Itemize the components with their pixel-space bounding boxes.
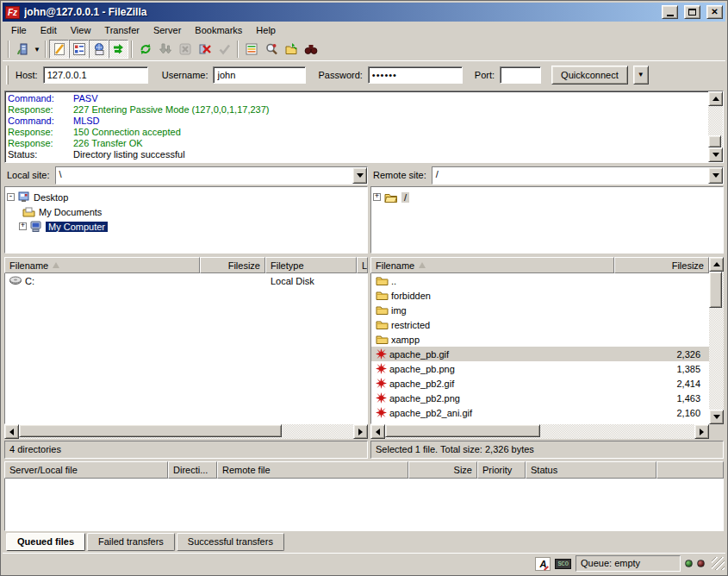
remote-site-combobox[interactable]: /	[432, 166, 724, 185]
chevron-down-icon[interactable]	[708, 167, 723, 184]
refresh-button[interactable]	[135, 40, 155, 59]
process-queue-button[interactable]	[155, 40, 175, 59]
site-manager-button[interactable]	[12, 40, 32, 59]
remote-file-row[interactable]: img	[371, 303, 709, 317]
column-header-status[interactable]: Status	[526, 461, 656, 479]
column-header-direction[interactable]: Directi...	[168, 461, 217, 479]
column-header-filesize[interactable]: Filesize	[614, 257, 709, 273]
remote-file-row[interactable]: apache_pb2.gif 2,414	[371, 376, 709, 391]
maximize-button[interactable]	[684, 5, 700, 19]
scroll-thumb[interactable]	[709, 272, 722, 308]
menu-server[interactable]: Server	[146, 23, 188, 37]
toggle-message-log-button[interactable]	[49, 40, 69, 59]
port-input[interactable]	[500, 66, 541, 84]
menu-bookmarks[interactable]: Bookmarks	[188, 23, 249, 37]
quickconnect-button[interactable]: Quickconnect	[551, 66, 628, 85]
remote-file-row[interactable]: restricted	[371, 317, 709, 332]
scroll-thumb[interactable]	[385, 424, 540, 437]
column-header-size[interactable]: Size	[408, 461, 477, 479]
site-manager-dropdown[interactable]: ▼	[32, 40, 42, 59]
local-site-value[interactable]: \	[56, 167, 352, 184]
menu-transfer[interactable]: Transfer	[97, 23, 146, 37]
column-header-filetype[interactable]: Filetype	[265, 257, 357, 273]
scroll-thumb[interactable]	[708, 135, 721, 147]
tab-failed-transfers[interactable]: Failed transfers	[87, 533, 175, 551]
scroll-up-button[interactable]	[708, 91, 723, 106]
tab-successful-transfers[interactable]: Successful transfers	[177, 533, 284, 551]
menu-view[interactable]: View	[64, 23, 98, 37]
column-header-server-local-file[interactable]: Server/Local file	[4, 461, 168, 479]
collapse-icon[interactable]: -	[7, 193, 15, 201]
remote-file-row[interactable]: apache_pb2_ani.gif 2,160	[371, 405, 709, 420]
remote-tree[interactable]: + /	[370, 186, 724, 254]
local-horizontal-scrollbar[interactable]	[4, 424, 368, 439]
reconnect-button[interactable]	[215, 40, 234, 59]
local-file-row[interactable]: C: Local Disk	[5, 273, 367, 288]
column-header-priority[interactable]: Priority	[477, 461, 526, 479]
remote-file-row[interactable]: xampp	[371, 332, 709, 347]
remote-file-list[interactable]: .. forbidden	[370, 273, 709, 424]
close-button[interactable]: ✕	[706, 5, 723, 19]
local-site-combobox[interactable]: \	[55, 166, 368, 185]
menu-help[interactable]: Help	[249, 23, 283, 37]
tree-item-root[interactable]: + /	[373, 190, 721, 204]
queue-list[interactable]	[4, 479, 724, 531]
scroll-down-button[interactable]	[709, 410, 724, 424]
find-files-button[interactable]	[301, 40, 320, 59]
synchronized-browsing-button[interactable]	[281, 40, 301, 59]
minimize-button[interactable]	[662, 5, 678, 19]
folder-icon	[376, 291, 389, 300]
menu-edit[interactable]: Edit	[34, 23, 64, 37]
column-header-filename[interactable]: Filename	[4, 257, 200, 273]
tree-item-desktop[interactable]: - Desktop	[7, 190, 365, 204]
title-bar[interactable]: Fz john@127.0.0.1 - FileZilla ✕	[3, 3, 725, 22]
image-file-icon	[376, 392, 387, 404]
resize-grip[interactable]	[712, 557, 725, 570]
local-tree[interactable]: - Desktop My Documents	[4, 186, 368, 254]
password-input[interactable]	[368, 66, 463, 84]
menu-file[interactable]: File	[4, 23, 34, 37]
remote-horizontal-scrollbar[interactable]	[370, 424, 709, 439]
message-log[interactable]: Command:PASV Response:227 Entering Passi…	[4, 91, 724, 163]
host-input[interactable]	[43, 66, 148, 84]
disconnect-button[interactable]	[195, 40, 215, 59]
remote-file-row[interactable]: forbidden	[371, 288, 709, 303]
toggle-remote-tree-button[interactable]	[89, 40, 109, 59]
column-header-filesize[interactable]: Filesize	[200, 257, 265, 273]
column-header-remote-file[interactable]: Remote file	[217, 461, 408, 479]
window-title: john@127.0.0.1 - FileZilla	[24, 6, 656, 18]
chevron-down-icon[interactable]	[352, 167, 367, 184]
remote-site-value[interactable]: /	[432, 167, 708, 184]
expand-icon[interactable]: +	[19, 222, 27, 230]
expand-icon[interactable]: +	[373, 193, 381, 201]
scroll-left-button[interactable]	[370, 424, 385, 439]
remote-file-row-selected[interactable]: apache_pb.gif 2,326	[371, 347, 709, 361]
log-vertical-scrollbar[interactable]	[708, 91, 723, 162]
remote-file-row[interactable]: apache_pb2.png 1,463	[371, 391, 709, 405]
username-input[interactable]	[213, 66, 306, 84]
remote-vertical-scrollbar[interactable]	[709, 257, 724, 439]
scroll-thumb[interactable]	[19, 424, 282, 437]
scroll-down-button[interactable]	[708, 147, 723, 162]
column-header-lastmodified[interactable]: L	[357, 257, 368, 273]
tab-queued-files[interactable]: Queued files	[6, 533, 85, 551]
column-header-filename[interactable]: Filename	[370, 257, 614, 273]
remote-file-row[interactable]: ..	[371, 273, 709, 288]
tree-item-my-computer[interactable]: + My Computer	[19, 219, 365, 234]
quickconnect-dropdown[interactable]: ▼	[633, 66, 649, 85]
toggle-transfer-queue-button[interactable]	[109, 40, 128, 59]
scroll-up-button[interactable]	[709, 257, 724, 272]
local-file-list[interactable]: C: Local Disk	[4, 273, 368, 424]
status-indicator-badge[interactable]: SCO	[555, 559, 571, 569]
scroll-right-button[interactable]	[353, 424, 368, 439]
local-site-bar: Local site: \	[4, 166, 368, 185]
scroll-left-button[interactable]	[4, 424, 19, 439]
tree-item-my-documents[interactable]: My Documents	[22, 204, 365, 219]
remote-file-row[interactable]: apache_pb.png 1,385	[371, 361, 709, 376]
scroll-right-button[interactable]	[694, 424, 709, 439]
cancel-operation-button[interactable]	[175, 40, 195, 59]
toggle-local-tree-button[interactable]	[69, 40, 89, 59]
directory-listing-filters-button[interactable]	[241, 40, 261, 59]
transfer-type-indicator-icon[interactable]: A	[535, 557, 551, 571]
directory-comparison-button[interactable]	[261, 40, 281, 59]
